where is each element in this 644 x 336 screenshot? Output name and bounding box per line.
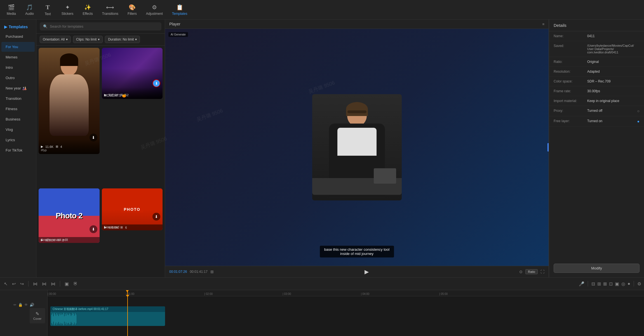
modify-button[interactable]: Modify <box>554 264 640 273</box>
sidebar-item-outro[interactable]: Outro <box>1 73 35 83</box>
adjustment-label: Adjustment <box>146 12 163 16</box>
template-name-photo2: Another mask edit <box>39 237 70 243</box>
template-card-new-trend[interactable]: PHOTO ▶ 695.5K ⊞ 6 ⬇ New trend <box>102 188 163 230</box>
toolbar-separator <box>28 281 29 287</box>
sidebar-item-transition[interactable]: Transition <box>1 94 35 103</box>
orientation-filter[interactable]: Orientation: All ▾ <box>40 36 71 43</box>
crop-tool[interactable]: ▣ <box>64 280 70 288</box>
grid-view-icon[interactable]: ⊞ <box>210 269 214 274</box>
sidebar-item-new-year[interactable]: New year 🎎 <box>1 83 35 93</box>
details-row-saved: Saved: /Users/bytedance/Movies/CapCut/ U… <box>549 41 644 57</box>
ruler-marks: | 00:00 | 01:00 | 02:00 | 03:00 | 04:00 … <box>48 290 644 296</box>
toolbar-text[interactable]: T Text <box>39 2 56 18</box>
toolbar-effects[interactable]: ✨ Effects <box>79 2 97 17</box>
track-icon5[interactable]: ▣ <box>615 281 619 287</box>
sidebar-title-text: Templates <box>9 25 28 29</box>
templates-label: Templates <box>172 12 187 16</box>
split-tool[interactable]: ⋈ <box>32 280 39 288</box>
sidebar-item-lyrics[interactable]: Lyrics <box>1 135 35 145</box>
download-button-photo2[interactable]: ⬇ <box>90 225 97 233</box>
cursor-tool[interactable]: ↖ <box>3 280 9 288</box>
track-eye-icon[interactable]: 👁 <box>24 303 28 307</box>
track-icon1[interactable]: ⊟ <box>591 281 595 287</box>
track-icon2[interactable]: ⊞ <box>597 281 601 287</box>
sidebar-item-for-tiktok[interactable]: For TikTok <box>1 145 35 155</box>
search-input[interactable] <box>50 24 158 29</box>
track-playhead <box>127 296 128 336</box>
search-bar: 🔍 <box>36 20 165 34</box>
clips-filter[interactable]: Clips: No limit ▾ <box>73 36 103 43</box>
video-background: AI Generate <box>165 29 549 266</box>
details-label-colorspace: Color space: <box>554 79 584 83</box>
sidebar-item-intro[interactable]: Intro <box>1 63 35 72</box>
playback-controls: ▶ <box>217 268 517 275</box>
toolbar-media[interactable]: 🎬 Media <box>3 2 20 17</box>
template-tag-girl: #fyp <box>41 148 97 152</box>
total-timecode: 00:01:41:17 <box>190 270 207 274</box>
sidebar-item-memes[interactable]: Memes <box>1 52 35 62</box>
download-button-moments[interactable]: ⬇ <box>152 79 160 87</box>
template-name-new-trend: New trend <box>102 224 122 230</box>
screenshot-icon[interactable]: ⊙ <box>519 269 523 274</box>
track-icon4[interactable]: ⊡ <box>609 281 613 287</box>
video-content <box>312 94 402 200</box>
sidebar-item-business[interactable]: Business <box>1 114 35 124</box>
toolbar-filters[interactable]: 🎨 Filters <box>124 2 141 17</box>
toolbar-adjustment[interactable]: ⚙ Adjustment <box>142 2 167 17</box>
player-section: Player ≡ AI Generate <box>165 20 549 277</box>
cover-label[interactable]: ✎ Cover <box>30 308 45 323</box>
template-overlay-girl: ▶ 11.6K ⊞ 4 #fyp <box>39 139 100 154</box>
toolbar-audio[interactable]: 🎵 Audio <box>21 2 38 17</box>
chevron-down-icon: ▾ <box>135 37 137 41</box>
download-button-girl[interactable]: ⬇ <box>90 134 97 141</box>
toolbar-stickers[interactable]: ✦ Stickers <box>58 2 77 17</box>
clip-header: Chinese 音视频翻译-before.mp4 00:01:41:17 <box>50 306 165 312</box>
download-button-new-trend[interactable]: ⬇ <box>152 213 160 221</box>
play-count-icon: ▶ <box>41 145 43 148</box>
split-tool2[interactable]: ⋈ <box>41 280 48 288</box>
sidebar-item-purchased[interactable]: Purchased <box>1 32 35 41</box>
details-label-ratio: Ratio: <box>554 60 584 64</box>
details-row-freelayer: Free layer: Turned on ● <box>549 116 644 127</box>
template-card-girl[interactable]: ▶ 11.6K ⊞ 4 #fyp ⬇ <box>39 48 100 154</box>
toolbar-separator4 <box>634 281 634 287</box>
mic-icon[interactable]: 🎤 <box>579 281 584 287</box>
duration-filter[interactable]: Duration: No limit ▾ <box>105 36 140 43</box>
sidebar-item-fitness[interactable]: Fitness <box>1 104 35 114</box>
proxy-toggle[interactable]: ○ <box>637 109 640 113</box>
toolbar-transitions[interactable]: ⟷ Transitions <box>98 2 122 17</box>
settings-icon[interactable]: ⚙ <box>637 281 641 287</box>
template-card-photo2[interactable]: Photo 2 ▶ 923.2K ⊞ 2 ⬇ Another mask edit <box>39 188 100 243</box>
sidebar-item-for-you[interactable]: For You <box>1 42 35 52</box>
details-label-freelayer: Free layer: <box>554 119 584 124</box>
transitions-icon: ⟷ <box>106 4 114 11</box>
ratio-button[interactable]: Ratio <box>525 269 538 274</box>
fullscreen-icon[interactable]: ⛶ <box>540 269 544 274</box>
details-value-colorspace: SDR – Rec.709 <box>587 79 640 83</box>
track-pencil-icon[interactable]: ✏ <box>13 303 17 307</box>
track-icon6[interactable]: ◎ <box>621 281 625 287</box>
menu-icon[interactable]: ≡ <box>542 22 544 26</box>
toolbar-templates[interactable]: 📋 Templates <box>168 2 191 17</box>
top-toolbar: 🎬 Media 🎵 Audio T Text ✦ Stickers ✨ Effe… <box>0 0 644 20</box>
track-lock-icon[interactable]: 🔒 <box>18 303 23 307</box>
track-audio-icon[interactable]: 🔊 <box>30 303 34 307</box>
clip-count-icon: ⊞ <box>56 145 58 148</box>
download-icon: ⬇ <box>92 227 95 231</box>
freelayer-toggle[interactable]: ● <box>637 119 640 124</box>
video-clip[interactable]: Chinese 音视频翻译-before.mp4 00:01:41:17 <box>50 306 165 326</box>
sidebar-item-vlog[interactable]: Vlog <box>1 125 35 134</box>
track-icon7[interactable]: ● <box>627 281 630 286</box>
play-button[interactable]: ▶ <box>365 268 369 275</box>
template-card-moments[interactable]: ▶ 717.6K ⊞ 52 ⬇ MOMENTS 🍊 <box>102 48 163 99</box>
search-input-wrap[interactable]: 🔍 <box>40 22 161 30</box>
timeline-section: ↖ ↩ ↪ ⋈ ⋈ ⋈ ▣ ⛨ 🎤 ⊟ ⊞ ⊠ ⊡ ▣ ◎ ● ⚙ ✏ 🔒 <box>0 277 644 336</box>
shield-tool[interactable]: ⛨ <box>72 280 79 287</box>
track-icon3[interactable]: ⊠ <box>603 281 607 287</box>
details-header: Details <box>549 20 644 31</box>
undo-button[interactable]: ↩ <box>11 280 17 288</box>
photo2-text: Photo 2 <box>56 211 83 220</box>
redo-button[interactable]: ↪ <box>19 280 25 288</box>
details-row-importmat: Import material: Keep in original place <box>549 96 644 106</box>
split-tool3[interactable]: ⋈ <box>50 280 57 288</box>
